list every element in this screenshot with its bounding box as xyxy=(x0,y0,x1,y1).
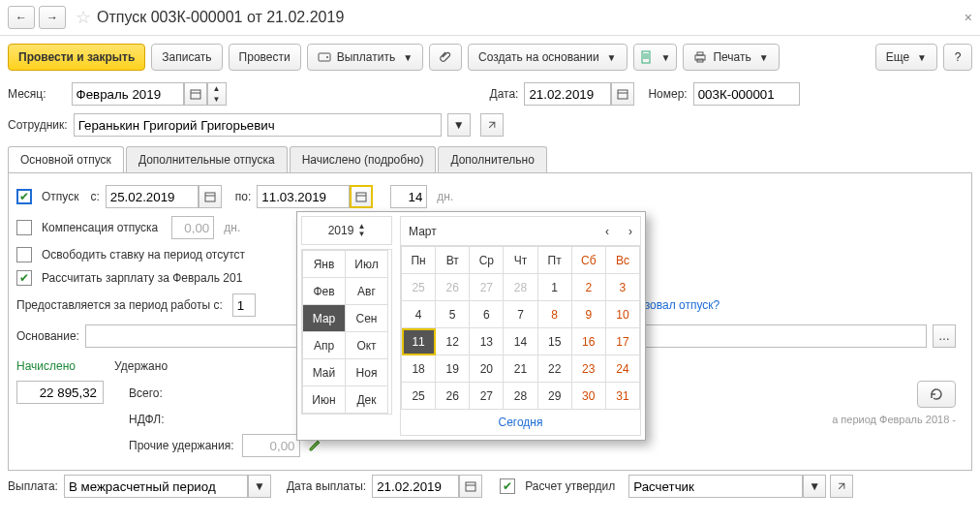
cal-day[interactable]: 15 xyxy=(537,328,571,355)
cal-prev-button[interactable]: ‹ xyxy=(605,225,609,238)
cal-day[interactable]: 25 xyxy=(402,274,436,301)
cal-day[interactable]: 27 xyxy=(470,274,504,301)
year-down[interactable]: ▼ xyxy=(357,231,365,238)
tab-calc[interactable]: Начислено (подробно) xyxy=(290,146,437,172)
to-cal-button[interactable] xyxy=(350,185,373,208)
cal-day[interactable]: 14 xyxy=(504,328,537,355)
cal-day[interactable]: 24 xyxy=(605,355,639,383)
create-based-button[interactable]: Создать на основании▼ xyxy=(468,44,627,71)
cal-month-Сен[interactable]: Сен xyxy=(346,305,388,332)
basis-more-button[interactable]: … xyxy=(933,324,956,348)
approver-input[interactable] xyxy=(628,475,803,498)
cal-today-link[interactable]: Сегодня xyxy=(401,410,640,435)
cal-day[interactable]: 31 xyxy=(605,383,639,410)
attach-button[interactable] xyxy=(429,44,462,71)
cal-day[interactable]: 13 xyxy=(470,328,504,355)
from-cal-button[interactable] xyxy=(199,185,222,208)
comp-input[interactable] xyxy=(171,216,214,239)
date-input[interactable] xyxy=(524,82,611,106)
cal-day[interactable]: 16 xyxy=(571,328,605,355)
payout-dd-button[interactable]: ▼ xyxy=(248,475,271,498)
cal-day[interactable]: 26 xyxy=(436,274,470,301)
cal-day[interactable]: 10 xyxy=(605,301,639,328)
tab-main[interactable]: Основной отпуск xyxy=(8,146,124,172)
cal-day[interactable]: 25 xyxy=(402,383,436,410)
approved-checkbox[interactable] xyxy=(500,478,515,494)
employee-input[interactable] xyxy=(74,113,442,137)
nav-fwd-button[interactable]: → xyxy=(39,6,66,29)
cal-day[interactable]: 12 xyxy=(436,328,470,355)
cal-day[interactable]: 19 xyxy=(436,355,470,383)
month-spinner[interactable]: ▲▼ xyxy=(207,82,227,106)
print-button[interactable]: Печать▼ xyxy=(683,44,779,71)
month-input[interactable] xyxy=(72,82,184,106)
cal-month-Янв[interactable]: Янв xyxy=(303,251,346,278)
cal-month-Дек[interactable]: Дек xyxy=(346,386,388,414)
tab-additional[interactable]: Дополнительные отпуска xyxy=(126,146,288,172)
cal-month-Ноя[interactable]: Ноя xyxy=(346,359,388,386)
cal-month-Мар[interactable]: Мар xyxy=(303,305,346,332)
used-vacation-link[interactable]: зовал отпуск? xyxy=(645,298,720,312)
star-icon[interactable]: ☆ xyxy=(76,7,91,28)
calc-checkbox[interactable] xyxy=(16,270,32,286)
cal-day[interactable]: 28 xyxy=(504,274,537,301)
approver-dd-button[interactable]: ▼ xyxy=(803,475,826,498)
cal-day[interactable]: 11 xyxy=(402,328,436,355)
to-input[interactable] xyxy=(257,185,350,208)
cal-day[interactable]: 8 xyxy=(537,301,571,328)
cal-day[interactable]: 2 xyxy=(571,274,605,301)
paydate-cal-button[interactable] xyxy=(459,475,482,498)
from-input[interactable] xyxy=(106,185,199,208)
cal-day[interactable]: 29 xyxy=(537,383,571,410)
pencil-icon[interactable] xyxy=(308,439,322,452)
cal-day[interactable]: 18 xyxy=(402,355,436,383)
cal-month-Июн[interactable]: Июн xyxy=(303,386,346,414)
refresh-button[interactable] xyxy=(917,381,956,408)
approver-open-button[interactable] xyxy=(830,475,853,498)
cal-day[interactable]: 5 xyxy=(436,301,470,328)
cal-day[interactable]: 26 xyxy=(436,383,470,410)
cal-day[interactable]: 9 xyxy=(571,301,605,328)
release-checkbox[interactable] xyxy=(16,247,32,262)
cal-month-Июл[interactable]: Июл xyxy=(346,251,388,278)
cal-month-Апр[interactable]: Апр xyxy=(303,332,346,359)
nav-back-button[interactable]: ← xyxy=(8,6,35,29)
cal-day[interactable]: 4 xyxy=(402,301,436,328)
cal-month-Авг[interactable]: Авг xyxy=(346,278,388,305)
post-button[interactable]: Провести xyxy=(229,44,301,71)
payout-select[interactable] xyxy=(64,475,248,498)
number-input[interactable] xyxy=(693,82,800,106)
comp-checkbox[interactable] xyxy=(16,220,32,235)
cal-day[interactable]: 3 xyxy=(605,274,639,301)
submit-close-button[interactable]: Провести и закрыть xyxy=(8,44,145,71)
cal-month-Фев[interactable]: Фев xyxy=(303,278,346,305)
cal-day[interactable]: 22 xyxy=(537,355,571,383)
close-icon[interactable]: × xyxy=(965,10,972,25)
cal-month-Май[interactable]: Май xyxy=(303,359,346,386)
cal-month-Окт[interactable]: Окт xyxy=(346,332,388,359)
employee-open-button[interactable] xyxy=(480,113,504,137)
fill-button[interactable]: ▼ xyxy=(633,44,678,71)
pay-button[interactable]: Выплатить▼ xyxy=(307,44,423,71)
cal-day[interactable]: 30 xyxy=(571,383,605,410)
vacation-checkbox[interactable] xyxy=(16,189,32,204)
days-input[interactable] xyxy=(390,185,427,208)
cal-day[interactable]: 17 xyxy=(605,328,639,355)
cal-day[interactable]: 20 xyxy=(470,355,504,383)
cal-next-button[interactable]: › xyxy=(628,225,632,238)
cal-day[interactable]: 27 xyxy=(470,383,504,410)
more-button[interactable]: Еще▼ xyxy=(875,44,937,71)
paydate-input[interactable] xyxy=(372,475,459,498)
cal-day[interactable]: 23 xyxy=(571,355,605,383)
cal-day[interactable]: 28 xyxy=(504,383,537,410)
period-from-input[interactable] xyxy=(232,293,256,317)
help-button[interactable]: ? xyxy=(943,44,972,71)
cal-day[interactable]: 7 xyxy=(504,301,537,328)
cal-day[interactable]: 1 xyxy=(537,274,571,301)
write-button[interactable]: Записать xyxy=(151,44,222,71)
date-cal-button[interactable] xyxy=(611,82,634,106)
cal-day[interactable]: 6 xyxy=(470,301,504,328)
tab-extra[interactable]: Дополнительно xyxy=(438,146,546,172)
cal-day[interactable]: 21 xyxy=(504,355,537,383)
employee-dd-button[interactable]: ▼ xyxy=(447,113,471,137)
